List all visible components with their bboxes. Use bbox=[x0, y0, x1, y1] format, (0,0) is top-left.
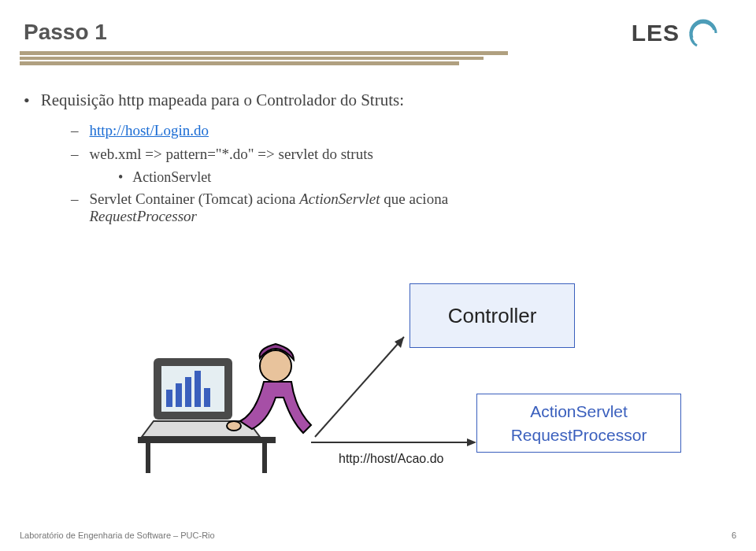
bullet-text: web.xml => pattern="*.do" => servlet do … bbox=[90, 146, 373, 163]
bullet-level-2: – web.xml => pattern="*.do" => servlet d… bbox=[71, 146, 724, 163]
svg-rect-6 bbox=[204, 388, 210, 407]
svg-marker-15 bbox=[467, 438, 476, 446]
svg-point-10 bbox=[260, 350, 291, 382]
title-underline bbox=[20, 51, 508, 65]
bullet-level-2: – Servlet Container (Tomcat) aciona Acti… bbox=[71, 190, 724, 225]
text-part: Servlet Container (Tomcat) aciona bbox=[90, 190, 300, 207]
person-at-computer-icon bbox=[138, 327, 319, 484]
content-area: • Requisição http mapeada para o Control… bbox=[24, 91, 724, 231]
footer-left: Laboratório de Engenharia de Software – … bbox=[20, 531, 215, 540]
diagram-area: Controller ActionServlet RequestProcesso… bbox=[0, 260, 756, 520]
bullet-text: Requisição http mapeada para o Controlad… bbox=[41, 91, 404, 111]
bullet-level-2: – http://host/Login.do bbox=[71, 122, 724, 139]
dash-marker: – bbox=[71, 190, 79, 225]
italic-text: RequestProcessor bbox=[90, 208, 198, 224]
controller-label: Controller bbox=[448, 304, 537, 328]
svg-rect-2 bbox=[166, 390, 172, 407]
bullet-level-3: • ActionServlet bbox=[118, 169, 724, 186]
svg-rect-9 bbox=[262, 443, 267, 473]
bullet-level-1: • Requisição http mapeada para o Control… bbox=[24, 91, 724, 111]
dash-marker: – bbox=[71, 146, 79, 163]
arrow-icon bbox=[311, 438, 480, 447]
italic-text: ActionServlet bbox=[299, 190, 380, 207]
arrow-icon bbox=[311, 331, 413, 441]
action-servlet-box: ActionServlet RequestProcessor bbox=[476, 394, 681, 453]
svg-rect-8 bbox=[146, 443, 150, 473]
bullet-marker: • bbox=[118, 169, 123, 186]
diagram-url: http://host/Acao.do bbox=[339, 452, 443, 466]
action-line-1: ActionServlet bbox=[530, 400, 628, 423]
bullet-text: ActionServlet bbox=[132, 169, 211, 186]
svg-point-11 bbox=[227, 421, 241, 431]
svg-rect-4 bbox=[185, 377, 191, 407]
logo-text: LES bbox=[632, 20, 680, 46]
text-part: que aciona bbox=[380, 190, 449, 207]
swirl-icon bbox=[686, 16, 721, 50]
bullet-marker: • bbox=[24, 91, 30, 111]
footer: Laboratório de Engenharia de Software – … bbox=[20, 531, 736, 540]
controller-box: Controller bbox=[410, 283, 575, 348]
svg-rect-3 bbox=[176, 383, 182, 407]
svg-line-12 bbox=[315, 337, 404, 437]
page-title: Passo 1 bbox=[24, 20, 107, 45]
action-line-2: RequestProcessor bbox=[511, 423, 647, 446]
svg-rect-5 bbox=[195, 371, 201, 407]
svg-rect-7 bbox=[138, 437, 276, 443]
link-text: http://host/Login.do bbox=[90, 122, 209, 139]
brand-logo: LES bbox=[632, 16, 721, 50]
bullet-text: Servlet Container (Tomcat) aciona Action… bbox=[90, 190, 449, 225]
page-number: 6 bbox=[732, 531, 736, 540]
dash-marker: – bbox=[71, 122, 79, 139]
